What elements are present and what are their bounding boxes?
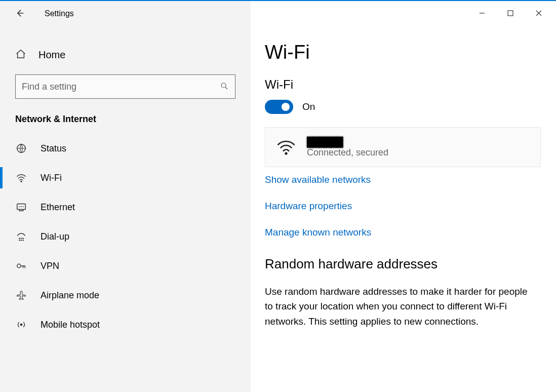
ethernet-icon [15, 202, 27, 213]
wifi-section-heading: Wi-Fi [265, 77, 541, 92]
svg-point-6 [23, 238, 24, 239]
connected-network-card[interactable]: ██████ Connected, secured [265, 127, 541, 167]
sidebar-item-dialup[interactable]: Dial-up [0, 222, 251, 251]
close-icon [535, 10, 542, 18]
network-name: ██████ [307, 137, 388, 147]
sidebar: Settings Home Network & Internet Stat [0, 1, 251, 392]
dialup-icon [15, 231, 27, 242]
wifi-toggle[interactable] [265, 100, 293, 114]
random-hw-body: Use random hardware addresses to make it… [265, 284, 528, 329]
link-show-networks[interactable]: Show available networks [265, 174, 541, 185]
random-hw-heading: Random hardware addresses [265, 256, 541, 272]
sidebar-category-heading: Network & Internet [0, 99, 251, 134]
svg-point-4 [19, 238, 20, 239]
search-box[interactable] [15, 74, 235, 99]
main-content: Wi-Fi Wi-Fi On ██████ Connected, secured… [251, 1, 556, 392]
vpn-icon [15, 260, 27, 271]
sidebar-item-airplane[interactable]: Airplane mode [0, 281, 251, 310]
svg-point-9 [23, 240, 24, 241]
network-status: Connected, secured [307, 147, 388, 158]
link-manage-known-networks[interactable]: Manage known networks [265, 227, 541, 238]
sidebar-item-label: Dial-up [41, 231, 69, 242]
sidebar-nav-list: Status Wi-Fi Ethernet Dial-up [0, 134, 251, 339]
svg-point-5 [21, 238, 22, 239]
globe-icon [15, 143, 27, 154]
back-button[interactable] [12, 6, 27, 21]
back-arrow-icon [15, 8, 25, 20]
svg-point-0 [221, 83, 226, 88]
maximize-icon [507, 10, 514, 18]
sidebar-item-hotspot[interactable]: Mobile hotspot [0, 310, 251, 339]
sidebar-item-label: Wi-Fi [41, 173, 62, 183]
svg-point-2 [21, 181, 22, 182]
sidebar-item-wifi[interactable]: Wi-Fi [0, 163, 251, 192]
svg-rect-12 [508, 11, 513, 16]
network-info: ██████ Connected, secured [307, 137, 388, 158]
window-controls [468, 4, 553, 23]
search-icon [220, 82, 229, 92]
titlebar-left: Settings [0, 4, 251, 23]
app-frame: Settings Home Network & Internet Stat [0, 1, 556, 392]
svg-point-10 [17, 264, 21, 267]
minimize-button[interactable] [468, 4, 496, 23]
sidebar-item-label: Ethernet [41, 202, 75, 213]
sidebar-home-label: Home [38, 49, 65, 61]
minimize-icon [479, 10, 486, 18]
sidebar-item-label: Mobile hotspot [41, 320, 100, 330]
sidebar-item-label: Status [41, 143, 66, 154]
svg-point-8 [21, 240, 22, 241]
close-button[interactable] [525, 4, 553, 23]
svg-point-11 [20, 324, 22, 326]
svg-point-7 [19, 240, 20, 241]
sidebar-item-ethernet[interactable]: Ethernet [0, 192, 251, 222]
wifi-icon [15, 172, 27, 183]
sidebar-item-vpn[interactable]: VPN [0, 251, 251, 281]
sidebar-item-label: Airplane mode [41, 290, 99, 301]
wifi-toggle-row: On [265, 100, 541, 114]
maximize-button[interactable] [496, 4, 525, 23]
wifi-toggle-label: On [302, 101, 315, 112]
toggle-knob [282, 103, 290, 111]
sidebar-home[interactable]: Home [0, 44, 251, 66]
link-hardware-properties[interactable]: Hardware properties [265, 201, 541, 212]
hotspot-icon [15, 319, 27, 330]
wifi-signal-icon [275, 136, 297, 159]
svg-point-13 [285, 152, 287, 154]
search-input[interactable] [22, 82, 220, 92]
airplane-icon [15, 290, 27, 301]
sidebar-item-label: VPN [41, 261, 59, 271]
search-wrap [0, 66, 251, 99]
sidebar-item-status[interactable]: Status [0, 134, 251, 163]
home-icon [15, 49, 26, 61]
wifi-links: Show available networks Hardware propert… [265, 174, 541, 238]
app-title: Settings [45, 9, 74, 18]
